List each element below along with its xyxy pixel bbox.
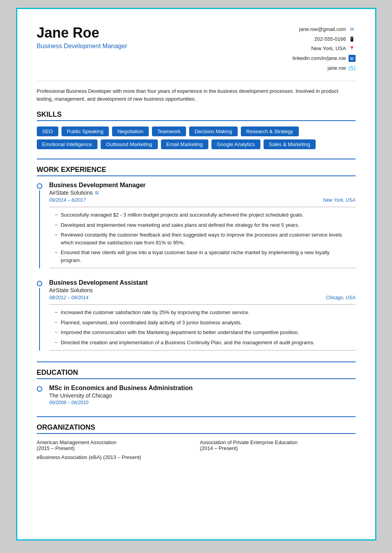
job-content-2: Business Development Assistant AirState … [49,279,356,351]
timeline-dot-col-1 [37,182,42,268]
org-name-1: American Management Association [37,439,192,445]
bullet-box-1: Successfully managed $2 - 3 million budg… [49,207,356,268]
work-timeline: Business Development Manager AirState So… [37,182,356,351]
job-dates-1: 09/2014 – 6/2017 [49,197,86,203]
bullet-item: Reviewed constantly the customer feedbac… [55,231,350,246]
skill-sales-marketing: Sales & Marketing [264,139,316,149]
edu-item-1: MSc in Economics and Business Administra… [37,385,356,405]
bullet-item: Increased the customer satisfaction rate… [55,309,350,316]
job-location-1: New York, USA [323,197,355,203]
contact-skype: jane.roe ⟨S⟩ [293,63,356,73]
work-experience-section: WORK EXPERIENCE Business Development Man… [37,159,356,351]
bullet-item: Planned, supervised, and coordinated dai… [55,319,350,327]
skype-text: jane.roe [328,63,346,73]
phone-text: 202-555-0166 [314,34,346,44]
date-location-2: 08/2012 – 09/2014 Chicago, USA [49,295,356,300]
candidate-title: Business Development Manager [37,43,127,50]
job-location-2: Chicago, USA [326,295,355,300]
job-title-2: Business Development Assistant [49,279,356,286]
org-item-1: American Management Association (2015 – … [37,439,192,451]
phone-icon: 📱 [349,36,356,43]
skill-research-strategy: Research & Strategy [241,127,299,136]
skill-email-marketing: Email Marketing [161,139,208,149]
bullet-item: Improved the communication with the Mark… [55,329,350,336]
email-icon: ✉ [349,26,356,33]
resume-page: Jane Roe Business Development Manager ja… [16,8,376,540]
edu-degree-1: MSc in Economics and Business Administra… [49,385,356,392]
job-dates-2: 08/2012 – 09/2014 [49,295,89,300]
skills-section: SKILLS SEO Public Speaking Negotiation T… [37,110,356,149]
linkedin-icon: in [349,55,356,62]
job-content-1: Business Development Manager AirState So… [49,182,356,268]
candidate-name: Jane Roe [37,25,127,41]
header-contacts: jane.roe@gmail.com ✉ 202-555-0166 📱 New … [293,25,356,73]
skill-decision-making: Decision Making [189,127,237,136]
bullet-item: Directed the creation and implementation… [55,339,350,347]
timeline-dot-col-2 [37,279,42,351]
job-title-1: Business Development Manager [49,182,356,189]
edu-dot-col [37,385,42,405]
bullet-item: Developed and implemented new marketing … [55,221,350,229]
bullet-list-2: Increased the customer satisfaction rate… [55,309,350,346]
company-name-1: AirState Solutions [49,190,93,196]
company-row-2: AirState Solutions [49,287,356,293]
org-name-2: Association of Private Enterprise Educat… [200,439,356,445]
edu-dot [37,386,42,392]
org-section-title: ORGANIZATIONS [37,423,356,434]
org-grid: American Management Association (2015 – … [37,439,356,451]
education-timeline: MSc in Economics and Business Administra… [37,385,356,405]
bullet-item: Ensured that new clients will grow into … [55,249,350,264]
edu-content-1: MSc in Economics and Business Administra… [49,385,356,405]
resume-header: Jane Roe Business Development Manager ja… [37,25,356,73]
date-location-1: 09/2014 – 6/2017 New York, USA [49,197,356,203]
bullet-box-2: Increased the customer satisfaction rate… [49,304,356,351]
org-item-3: eBusiness Association (eBA) (2013 – Pres… [37,454,356,460]
header-left: Jane Roe Business Development Manager [37,25,127,50]
timeline-line-2 [39,288,40,351]
skill-emotional-intelligence: Emotional Intelligence [37,139,98,149]
skills-tags-container: SEO Public Speaking Negotiation Teamwork… [37,127,356,149]
company-link-icon-1: ⧉ [95,190,99,195]
skill-public-speaking: Public Speaking [61,127,109,136]
email-text: jane.roe@gmail.com [299,25,346,34]
org-dates-2: (2014 – Present) [200,445,356,451]
edu-dates-1: 09/2008 – 06/2010 [49,400,356,405]
org-item-2: Association of Private Enterprise Educat… [200,439,356,451]
org-dates-1: (2015 – Present) [37,445,192,451]
linkedin-text: linkedin.com/in/jane.roe [293,54,346,63]
organizations-section: ORGANIZATIONS American Management Associ… [37,416,356,460]
location-icon: 📍 [349,45,356,52]
education-section-title: EDUCATION [37,369,356,379]
skill-seo: SEO [37,127,58,136]
skype-icon: ⟨S⟩ [349,65,356,72]
resume-summary: Professional Business Developer with mor… [37,81,356,103]
skill-negotiation: Negotiation [112,127,149,136]
job-item-2: Business Development Assistant AirState … [37,279,356,351]
contact-location: New York, USA 📍 [293,44,356,54]
edu-school-1: The University of Chicago [49,392,356,399]
contact-linkedin: linkedin.com/in/jane.roe in [293,54,356,63]
bullet-item: Successfully managed $2 - 3 million budg… [55,211,350,219]
job-item-1: Business Development Manager AirState So… [37,182,356,268]
skill-outbound-marketing: Outbound Marketing [101,139,158,149]
timeline-dot-2 [37,281,42,286]
timeline-line-1 [39,190,40,268]
company-row-1: AirState Solutions ⧉ [49,190,356,196]
contact-email: jane.roe@gmail.com ✉ [293,25,356,34]
education-section: EDUCATION MSc in Economics and Business … [37,361,356,405]
skill-google-analytics: Google Analytics [211,139,260,149]
work-section-title: WORK EXPERIENCE [37,166,356,176]
company-name-2: AirState Solutions [49,287,93,293]
contact-phone: 202-555-0166 📱 [293,34,356,44]
skill-teamwork: Teamwork [152,127,186,136]
skills-section-title: SKILLS [37,110,356,121]
location-text: New York, USA [311,44,346,54]
timeline-dot-1 [37,183,42,189]
bullet-list-1: Successfully managed $2 - 3 million budg… [55,211,350,264]
